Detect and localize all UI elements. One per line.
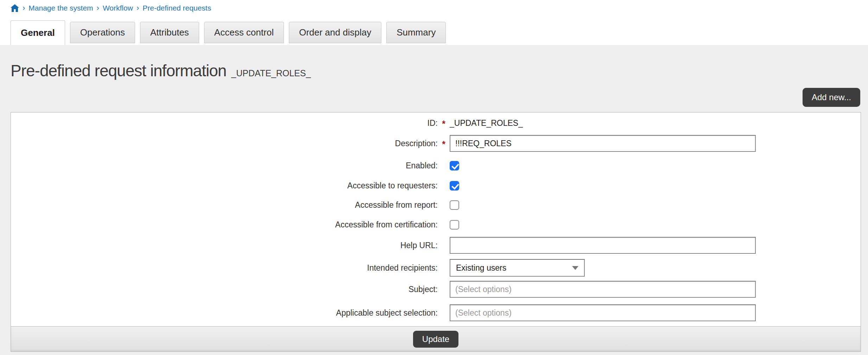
tab-attributes[interactable]: Attributes <box>140 22 199 43</box>
subject-label: Subject: <box>11 285 438 294</box>
help-url-label: Help URL: <box>11 241 438 250</box>
required-marker: * <box>438 117 450 129</box>
form-row-help-url: Help URL: <box>11 236 861 254</box>
applicable-subject-selection-label: Applicable subject selection: <box>11 308 438 318</box>
form-panel: ID: * _UPDATE_ROLES_ Description: * Enab… <box>11 112 861 352</box>
id-label: ID: <box>11 118 438 128</box>
required-marker-empty <box>438 267 450 269</box>
id-value: _UPDATE_ROLES_ <box>450 118 523 128</box>
form-row-accessible-from-report: Accessible from report: <box>11 200 861 210</box>
form-row-subject: Subject: <box>11 280 861 298</box>
required-marker-empty <box>438 204 450 206</box>
applicable-subject-selection-input[interactable] <box>450 304 756 321</box>
add-new-button[interactable]: Add new... <box>803 88 860 107</box>
required-marker-empty <box>438 312 450 314</box>
required-marker-empty <box>438 245 450 246</box>
accessible-to-requesters-label: Accessible to requesters: <box>11 181 438 191</box>
enabled-label: Enabled: <box>11 161 438 170</box>
accessible-from-report-label: Accessible from report: <box>11 200 438 210</box>
tab-summary[interactable]: Summary <box>386 22 446 43</box>
panel-footer: Update <box>11 326 861 351</box>
required-marker-empty <box>438 224 450 225</box>
form-row-intended-recipients: Intended recipients: Existing users <box>11 259 861 277</box>
title-row: Pre-defined request information _UPDATE_… <box>11 61 868 86</box>
content-area: Pre-defined request information _UPDATE_… <box>0 45 868 355</box>
description-input[interactable] <box>450 135 756 152</box>
accessible-from-certification-checkbox[interactable] <box>450 220 459 230</box>
update-button[interactable]: Update <box>413 331 458 348</box>
required-marker-empty <box>438 165 450 166</box>
breadcrumb-link-pre-defined-requests[interactable]: Pre-defined requests <box>142 4 211 12</box>
description-label: Description: <box>11 139 438 148</box>
header: › Manage the system › Workflow › Pre-def… <box>0 0 868 45</box>
actions-row: Add new... <box>0 88 868 108</box>
required-marker-empty <box>438 289 450 290</box>
intended-recipients-label: Intended recipients: <box>11 263 438 273</box>
accessible-from-certification-label: Accessible from certification: <box>11 220 438 230</box>
accessible-from-report-checkbox[interactable] <box>450 200 459 210</box>
breadcrumb-link-manage-the-system[interactable]: Manage the system <box>28 4 93 12</box>
form-row-enabled: Enabled: <box>11 160 861 171</box>
accessible-to-requesters-checkbox[interactable] <box>450 181 459 191</box>
required-marker: * <box>438 138 450 149</box>
tab-access-control[interactable]: Access control <box>204 22 284 43</box>
page-title: Pre-defined request information <box>11 61 226 80</box>
tab-operations[interactable]: Operations <box>70 22 135 43</box>
intended-recipients-value: Existing users <box>456 263 506 273</box>
enabled-checkbox[interactable] <box>450 161 459 170</box>
page: › Manage the system › Workflow › Pre-def… <box>0 0 868 355</box>
form-row-applicable-subject-selection: Applicable subject selection: <box>11 304 861 322</box>
chevron-down-icon <box>572 266 578 270</box>
intended-recipients-select[interactable]: Existing users <box>450 259 585 277</box>
tab-order-and-display[interactable]: Order and display <box>289 22 381 43</box>
breadcrumb: › Manage the system › Workflow › Pre-def… <box>0 0 868 13</box>
required-marker-empty <box>438 185 450 186</box>
home-icon[interactable] <box>11 4 19 12</box>
breadcrumb-separator: › <box>137 4 139 13</box>
breadcrumb-link-workflow[interactable]: Workflow <box>103 4 133 12</box>
form-row-id: ID: * _UPDATE_ROLES_ <box>11 117 861 129</box>
subject-input[interactable] <box>450 281 756 298</box>
breadcrumb-separator: › <box>23 4 25 13</box>
tab-general[interactable]: General <box>11 20 65 45</box>
form-row-description: Description: * <box>11 134 861 153</box>
form-row-accessible-from-certification: Accessible from certification: <box>11 219 861 230</box>
breadcrumb-separator: › <box>97 4 99 13</box>
page-subtitle: _UPDATE_ROLES_ <box>231 68 311 78</box>
tab-strip: General Operations Attributes Access con… <box>11 20 868 45</box>
help-url-input[interactable] <box>450 237 756 254</box>
form-row-accessible-to-requesters: Accessible to requesters: <box>11 180 861 191</box>
